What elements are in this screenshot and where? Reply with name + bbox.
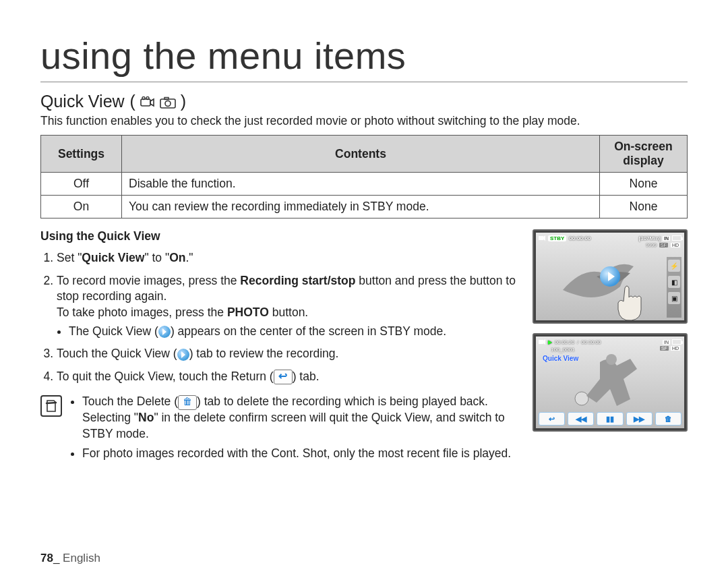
note-1: Touch the Delete (🗑) tab to delete the r… <box>82 394 520 442</box>
svg-point-8 <box>606 354 617 365</box>
video-mode-icon <box>140 96 155 109</box>
footer-language: English <box>63 552 100 564</box>
lcd2-folder: 100_0001 <box>551 347 575 353</box>
section-title-text: Quick View <box>40 92 125 111</box>
th-contents: Contents <box>122 136 600 173</box>
play-indicator-icon: ▶ <box>548 339 552 345</box>
record-mode-icon <box>539 235 545 241</box>
settings-table: Settings Contents On-screen display Off … <box>40 135 688 218</box>
control-delete-icon: 🗑 <box>655 412 681 426</box>
svg-rect-0 <box>141 99 150 106</box>
svg-point-1 <box>142 97 145 100</box>
card-icon: IN <box>663 236 670 241</box>
rule <box>40 82 688 82</box>
section-title: Quick View ( ) <box>40 92 688 111</box>
bold: On <box>169 251 185 264</box>
play-mode-icon <box>539 339 545 345</box>
step-1: Set "Quick View" to "On." <box>57 250 520 266</box>
cell-setting: On <box>41 196 122 218</box>
table-header-row: Settings Contents On-screen display <box>41 136 688 173</box>
lcd1-second-row: 9999 SF HD <box>646 243 680 247</box>
table-row: Off Disable the function. None <box>41 173 688 196</box>
note-list: Touch the Delete (🗑) tab to delete the r… <box>70 394 520 466</box>
footer-sep: _ <box>53 552 63 564</box>
lcd2-quality-row: SF HD <box>660 346 680 351</box>
bold: PHOTO <box>227 305 269 319</box>
step-2: To record movie images, press the Record… <box>57 273 520 340</box>
battery-icon <box>672 235 681 241</box>
touch-hand-icon <box>610 283 652 320</box>
side-btn-flash-icon: ⚡ <box>668 260 680 272</box>
battery-icon <box>672 339 681 345</box>
quickview-play-icon <box>177 349 189 361</box>
lcd2-controls: ↩ ◀◀ ▮▮ ▶▶ 🗑 <box>539 412 681 426</box>
svg-point-7 <box>575 392 588 405</box>
cell-osd: None <box>600 173 688 196</box>
lcd2-topbar: ▶ 00:00:20/00:30:00 IN <box>539 339 681 345</box>
th-settings: Settings <box>41 136 122 173</box>
lcd2-total: 00:30:00 <box>581 339 601 345</box>
quickview-play-icon <box>158 326 171 338</box>
bold: Recording start/stop <box>240 274 355 287</box>
lcd1-count: 9999 <box>646 243 657 247</box>
hd-icon: HD <box>671 243 680 247</box>
delete-button-icon: 🗑 <box>178 395 197 410</box>
step-3: Touch the Quick View () tab to review th… <box>57 346 520 362</box>
svg-point-2 <box>146 97 149 100</box>
table-row: On You can review the recording immediat… <box>41 196 688 218</box>
sf-icon: SF <box>659 243 668 247</box>
control-rewind-icon: ◀◀ <box>568 412 594 426</box>
step-2-bullet: The Quick View () appears on the center … <box>69 324 520 340</box>
cell-content: Disable the function. <box>122 173 600 196</box>
bold: Quick View <box>82 251 144 264</box>
side-btn-exposure-icon: ◧ <box>668 276 680 288</box>
page-footer: 78_ English <box>40 552 100 565</box>
lcd2-elapsed: 00:00:20 <box>555 339 574 345</box>
lcd-screenshot-stby: STBY 00:00:00 [307Min] IN 9999 SF HD <box>533 229 688 324</box>
control-forward-icon: ▶▶ <box>626 412 653 426</box>
side-btn-focus-icon: ▣ <box>668 292 680 304</box>
hd-icon: HD <box>671 346 680 351</box>
cell-content: You can review the recording immediately… <box>122 196 600 218</box>
page-number: 78 <box>40 552 53 564</box>
stby-label: STBY <box>548 235 566 241</box>
svg-point-5 <box>165 101 171 107</box>
photo-mode-icon <box>160 96 176 109</box>
note-2: For photo images recorded with the Cont.… <box>82 446 520 462</box>
svg-rect-6 <box>539 236 543 240</box>
return-button-icon: ↩ <box>274 370 293 384</box>
lcd1-time: 00:00:00 <box>569 235 590 241</box>
lcd1-topbar: STBY 00:00:00 [307Min] IN <box>539 235 681 241</box>
bold: No <box>138 411 154 424</box>
usage-heading: Using the Quick View <box>40 229 520 243</box>
cell-setting: Off <box>41 173 122 196</box>
cell-osd: None <box>600 196 688 218</box>
th-osd: On-screen display <box>600 136 688 173</box>
mode-icons: ( ) <box>130 92 187 111</box>
control-return-icon: ↩ <box>539 412 565 426</box>
svg-rect-9 <box>539 340 543 344</box>
usage-steps: Set "Quick View" to "On." To record movi… <box>40 250 520 384</box>
lcd1-side-column: ⚡ ◧ ▣ <box>667 257 681 318</box>
step-4: To quit the Quick View, touch the Return… <box>57 369 520 385</box>
control-pause-icon: ▮▮ <box>597 412 623 426</box>
lcd1-remain: [307Min] <box>639 235 661 241</box>
chapter-title: using the menu items <box>40 34 688 78</box>
quickview-label: Quick View <box>543 355 578 362</box>
note-icon <box>40 395 62 417</box>
svg-rect-4 <box>164 98 169 100</box>
card-icon: IN <box>663 340 670 345</box>
intro-text: This function enables you to check the j… <box>40 114 688 128</box>
sf-icon: SF <box>660 346 669 351</box>
lcd-screenshot-playback: ▶ 00:00:20/00:30:00 IN SF HD 100_0001 Qu… <box>533 333 688 432</box>
